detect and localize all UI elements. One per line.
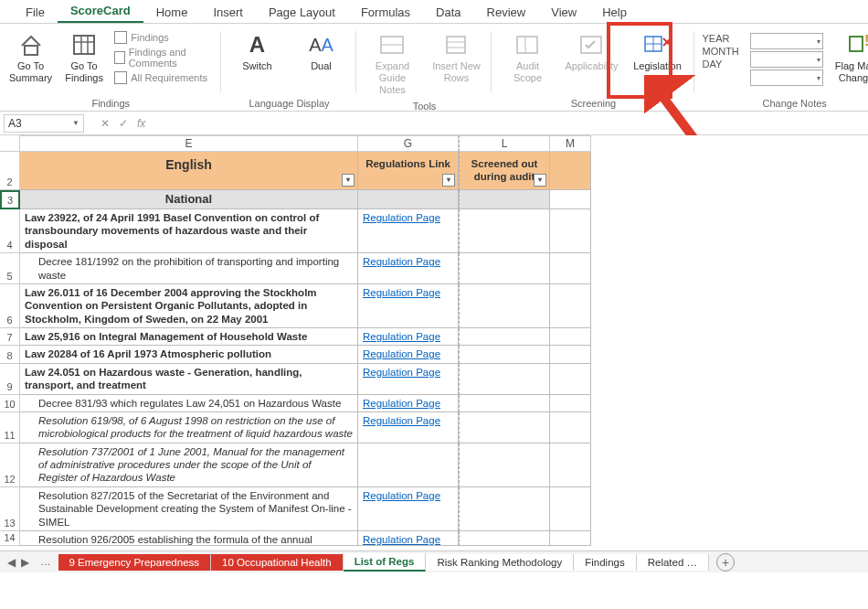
regulation-link[interactable]: Regulation Page — [363, 367, 440, 378]
cell-english[interactable]: Resolution 619/98, of 6 August 1998 on r… — [20, 412, 358, 443]
row-header[interactable]: 7 — [0, 328, 20, 346]
regulation-link[interactable]: Regulation Page — [363, 534, 440, 545]
cell-regulation-link[interactable]: Regulation Page — [358, 284, 459, 328]
row-header[interactable]: 14 — [0, 531, 20, 546]
sheet-nav[interactable]: ◀▶… — [0, 556, 58, 569]
cell-english[interactable]: Decree 181/1992 on the prohibition of tr… — [20, 253, 358, 284]
cell-screened[interactable] — [459, 395, 550, 412]
tab-scorecard[interactable]: ScoreCard — [58, 0, 143, 23]
cell-regulation-link[interactable]: Regulation Page — [358, 412, 459, 443]
cell-english[interactable]: Law 26.011 of 16 December 2004 approving… — [20, 284, 358, 328]
row-header[interactable]: 11 — [0, 412, 20, 443]
cell-regulation-link[interactable]: Regulation Page — [358, 364, 459, 395]
col-header-e[interactable]: E — [20, 135, 358, 152]
insert-rows-button[interactable]: Insert New Rows — [428, 27, 484, 88]
cell-regulation-link[interactable] — [358, 443, 459, 487]
row-header[interactable]: 9 — [0, 364, 20, 395]
next-icon[interactable]: ▶ — [21, 556, 29, 569]
tab-file[interactable]: File — [13, 1, 58, 23]
cell-m[interactable] — [550, 364, 591, 395]
cell-m[interactable] — [550, 209, 591, 253]
row-header[interactable]: 10 — [0, 395, 20, 412]
filter-icon[interactable]: ▾ — [534, 174, 546, 187]
row-header[interactable]: 6 — [0, 284, 20, 328]
row-header[interactable]: 12 — [0, 443, 20, 487]
row-header[interactable]: 13 — [0, 487, 20, 531]
cell-m[interactable] — [550, 487, 591, 531]
sheet-tab-list-of-regs[interactable]: List of Regs — [344, 553, 427, 572]
regulation-link[interactable]: Regulation Page — [363, 256, 440, 267]
cell-english[interactable]: Law 20284 of 16 April 1973 Atmospheric p… — [20, 346, 358, 363]
col-header-m[interactable]: M — [550, 135, 591, 152]
tab-data[interactable]: Data — [423, 1, 473, 23]
regulation-link[interactable]: Regulation Page — [363, 398, 440, 409]
row-header[interactable]: 8 — [0, 346, 20, 363]
cancel-icon[interactable]: ✕ — [101, 117, 110, 130]
cell-regulation-link[interactable]: Regulation Page — [358, 487, 459, 531]
national-cell[interactable]: National — [20, 190, 358, 209]
row-header[interactable]: 4 — [0, 209, 20, 253]
cell-m[interactable] — [550, 395, 591, 412]
regulation-link[interactable]: Regulation Page — [363, 348, 440, 359]
cell-regulation-link[interactable]: Regulation Page — [358, 253, 459, 284]
month-input[interactable]: ▾ — [750, 51, 823, 68]
dual-button[interactable]: AA Dual — [292, 27, 349, 76]
expand-guide-button[interactable]: Expand Guide Notes — [364, 27, 420, 101]
audit-scope-button[interactable]: Audit Scope — [499, 27, 556, 88]
cell-m[interactable] — [550, 412, 591, 443]
goto-findings-button[interactable]: Go To Findings — [61, 27, 107, 88]
findings-comments-item[interactable]: Findings and Comments — [114, 47, 214, 69]
cell-screened[interactable] — [459, 346, 550, 363]
prev-icon[interactable]: ◀ — [7, 556, 16, 569]
day-input[interactable]: ▾ — [750, 69, 823, 86]
cell-m[interactable] — [550, 328, 591, 346]
cell-screened[interactable] — [459, 443, 550, 487]
switch-button[interactable]: A Switch — [228, 27, 285, 76]
tab-insert[interactable]: Insert — [200, 1, 256, 23]
goto-summary-button[interactable]: Go To Summary — [7, 27, 54, 88]
regulation-link[interactable]: Regulation Page — [363, 331, 440, 342]
cell-regulation-link[interactable]: Regulation Page — [358, 209, 459, 253]
sheet-tab-emergency[interactable]: 9 Emergency Preparedness — [58, 554, 212, 571]
cell-screened[interactable] — [459, 364, 550, 395]
cell-m[interactable] — [550, 443, 591, 487]
cell-regulation-link[interactable]: Regulation Page — [358, 328, 459, 346]
cell-english[interactable]: Resolution 737/2001 of 1 June 2001, Manu… — [20, 443, 358, 487]
cell-screened[interactable] — [459, 412, 550, 443]
filter-icon[interactable]: ▾ — [442, 174, 455, 187]
row-header[interactable]: 2 — [0, 152, 20, 190]
header-regs[interactable]: Regulations Link▾ — [358, 152, 459, 190]
filter-icon[interactable]: ▾ — [342, 174, 355, 187]
cell-regulation-link[interactable]: Regulation Page — [358, 346, 459, 363]
fx-icon[interactable]: fx — [137, 117, 145, 130]
cell-english[interactable]: Law 25,916 on Integral Management of Hou… — [20, 328, 358, 346]
header-screened[interactable]: Screened out during audit▾ — [459, 152, 550, 190]
accept-icon[interactable]: ✓ — [119, 117, 128, 130]
cell-regulation-link[interactable]: Regulation Page — [358, 531, 459, 546]
tab-help[interactable]: Help — [589, 1, 640, 23]
cell-m[interactable] — [550, 284, 591, 328]
flag-major-button[interactable]: ! Flag Major Changes — [831, 27, 868, 88]
cell-screened[interactable] — [459, 209, 550, 253]
tab-review[interactable]: Review — [474, 1, 539, 23]
all-requirements-item[interactable]: All Requirements — [114, 71, 214, 84]
cell-english[interactable]: Resolution 926/2005 establishing the for… — [20, 531, 358, 546]
cell-m[interactable] — [550, 346, 591, 363]
sheet-tab-related[interactable]: Related … — [637, 554, 709, 571]
cell-english[interactable]: Decree 831/93 which regulates Law 24,051… — [20, 395, 358, 412]
cell-regulation-link[interactable]: Regulation Page — [358, 395, 459, 412]
cell-screened[interactable] — [459, 487, 550, 531]
tab-page-layout[interactable]: Page Layout — [256, 1, 348, 23]
findings-item[interactable]: Findings — [114, 31, 214, 44]
header-english[interactable]: English▾ — [20, 152, 358, 190]
row-header[interactable]: 3 — [0, 190, 20, 209]
cell-screened[interactable] — [459, 253, 550, 284]
tab-view[interactable]: View — [538, 1, 589, 23]
tab-home[interactable]: Home — [143, 1, 201, 23]
cell-english[interactable]: Law 23922, of 24 April 1991 Basel Conven… — [20, 209, 358, 253]
add-sheet-button[interactable]: + — [716, 553, 735, 572]
cell-screened[interactable] — [459, 284, 550, 328]
sheet-tab-occupational[interactable]: 10 Occupational Health — [211, 554, 344, 571]
regulation-link[interactable]: Regulation Page — [363, 415, 440, 426]
cell-m[interactable] — [550, 253, 591, 284]
